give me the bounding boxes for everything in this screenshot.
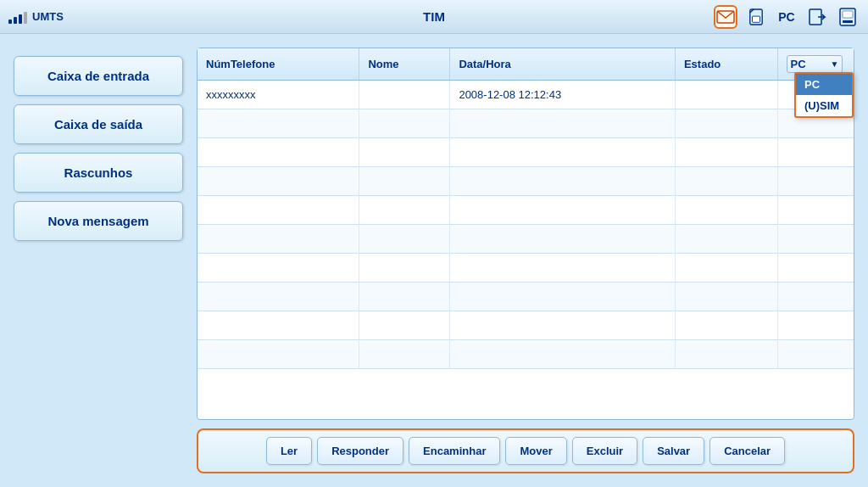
sim-card-icon[interactable] <box>744 5 768 29</box>
col-storage: PC (U)SIM ▼ PC (U)SIM <box>777 48 854 81</box>
storage-dropdown-popup[interactable]: PC (U)SIM <box>794 72 854 118</box>
excluir-button[interactable]: Excluir <box>572 437 637 465</box>
col-name: Nome <box>359 48 450 81</box>
phone-icon[interactable] <box>836 5 860 29</box>
table-row <box>198 167 854 196</box>
table-row <box>198 225 854 254</box>
responder-button[interactable]: Responder <box>317 437 403 465</box>
signal-area: UMTS <box>8 10 64 24</box>
main-container: Caixa de entrada Caixa de saída Rascunho… <box>0 34 868 487</box>
pc-label-icon: PC <box>775 5 798 29</box>
signal-icon <box>8 10 27 24</box>
cell-datetime: 2008-12-08 12:12:43 <box>450 81 676 109</box>
table-row <box>198 340 854 369</box>
topbar-icons: PC <box>714 5 860 29</box>
ler-button[interactable]: Ler <box>266 437 312 465</box>
cell-status <box>675 81 777 109</box>
drafts-button[interactable]: Rascunhos <box>14 153 183 193</box>
svg-rect-5 <box>843 20 853 23</box>
table-row <box>198 254 854 283</box>
table-row <box>198 196 854 225</box>
mover-button[interactable]: Mover <box>505 437 566 465</box>
table-row <box>198 138 854 167</box>
carrier-label: TIM <box>423 9 445 24</box>
content-area: NúmTelefone Nome Data/Hora Estado <box>197 48 854 473</box>
cancelar-button[interactable]: Cancelar <box>709 437 785 465</box>
message-table: NúmTelefone Nome Data/Hora Estado <box>198 48 854 369</box>
storage-select[interactable]: PC (U)SIM <box>787 55 843 73</box>
topbar: UMTS TIM PC <box>0 0 868 34</box>
salvar-button[interactable]: Salvar <box>643 437 704 465</box>
table-row <box>198 311 854 340</box>
message-table-wrapper: NúmTelefone Nome Data/Hora Estado <box>197 48 854 420</box>
svg-rect-6 <box>843 11 853 18</box>
cell-phone: xxxxxxxxx <box>198 81 359 109</box>
pc-text: PC <box>778 10 794 24</box>
table-row <box>198 109 854 138</box>
action-bar: Ler Responder Encaminhar Mover Excluir S… <box>197 428 854 473</box>
col-datetime: Data/Hora <box>450 48 676 81</box>
sidebar: Caixa de entrada Caixa de saída Rascunho… <box>14 48 183 473</box>
storage-dropdown-wrapper[interactable]: PC (U)SIM ▼ <box>787 55 843 73</box>
svg-rect-2 <box>753 16 760 22</box>
logout-icon[interactable] <box>805 5 829 29</box>
network-label: UMTS <box>32 10 64 23</box>
option-usim[interactable]: (U)SIM <box>796 95 852 116</box>
col-status: Estado <box>675 48 777 81</box>
new-message-button[interactable]: Nova mensagem <box>14 201 183 241</box>
envelope-icon[interactable] <box>714 5 737 29</box>
inbox-button[interactable]: Caixa de entrada <box>14 56 183 96</box>
table-row[interactable]: xxxxxxxxx 2008-12-08 12:12:43 <box>198 81 854 109</box>
table-row <box>198 283 854 311</box>
col-phone: NúmTelefone <box>198 48 359 81</box>
outbox-button[interactable]: Caixa de saída <box>14 104 183 144</box>
encaminhar-button[interactable]: Encaminhar <box>409 437 500 465</box>
option-pc[interactable]: PC <box>796 74 852 95</box>
cell-name <box>359 81 450 109</box>
